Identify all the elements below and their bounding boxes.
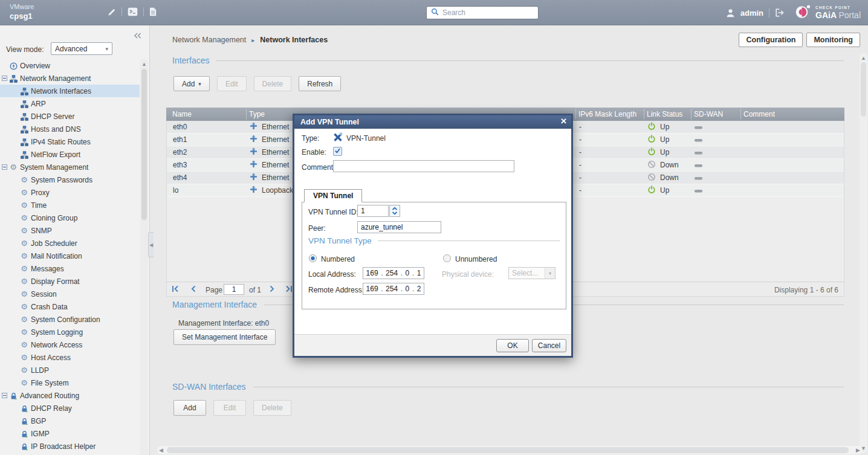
sidebar-item-advanced-routing[interactable]: Advanced Routing [0, 389, 140, 402]
spinner-up-down-icon[interactable] [389, 205, 400, 217]
sidebar-item-session[interactable]: ⚙Session [0, 288, 140, 300]
view-mode-select[interactable]: Advanced ▾ [51, 42, 112, 55]
vertical-scrollbar[interactable]: ▲ ▼ [860, 53, 867, 453]
physical-device-select[interactable]: Select... ▾ [508, 267, 555, 279]
type-value: VPN-Tunnel [346, 134, 386, 143]
horizontal-scrollbar[interactable]: ◀ ▶ [157, 446, 862, 454]
sdwan-title: SD-WAN Interfaces [172, 382, 246, 392]
cell-ipv6-mask: - [579, 148, 581, 157]
tree-expander-minus-icon[interactable] [2, 164, 7, 170]
sidebar-item-label: Session [31, 290, 57, 298]
tree-expander-minus-icon[interactable] [2, 76, 7, 81]
configuration-button[interactable]: Configuration [739, 33, 803, 47]
sidebar-item-system-configuration[interactable]: ⚙System Configuration [0, 313, 140, 326]
sidebar-item-lldp[interactable]: ⚙LLDP [0, 364, 140, 376]
scroll-right-icon[interactable]: ▶ [856, 447, 860, 453]
enable-checkbox[interactable] [333, 147, 342, 156]
unnumbered-radio[interactable] [443, 254, 451, 262]
column-header-type[interactable]: Type [249, 108, 265, 121]
tunnel-id-input[interactable]: 1 [357, 205, 389, 217]
sidebar-collapse-icon[interactable] [134, 30, 141, 41]
column-header-link[interactable]: Link Status [647, 108, 682, 121]
power-up-icon [647, 122, 656, 132]
next-page-icon[interactable] [268, 285, 276, 292]
set-management-interface-button[interactable]: Set Management Interface [173, 329, 276, 345]
sdwan-add-button[interactable]: Add [173, 400, 206, 416]
sidebar-item-arp[interactable]: ARP [0, 97, 140, 110]
add-button[interactable]: Add ▾ [173, 76, 210, 91]
column-header-ipv6[interactable]: IPv6 Mask Length [578, 108, 636, 121]
sidebar-item-crash-data[interactable]: ⚙Crash Data [0, 300, 140, 313]
sidebar-item-dhcp-server[interactable]: DHCP Server [0, 110, 140, 123]
brand-name: GAiA [815, 10, 836, 20]
monitoring-button[interactable]: Monitoring [806, 33, 860, 47]
peer-label: Peer: [308, 224, 326, 233]
column-header-sdwan[interactable]: SD-WAN [694, 108, 723, 121]
scrollbar-thumb[interactable] [167, 447, 849, 453]
cancel-button[interactable]: Cancel [532, 339, 566, 352]
sidebar-item-mail-notification[interactable]: ⚙Mail Notification [0, 250, 140, 262]
numbered-radio[interactable] [309, 254, 317, 262]
sidebar-item-netflow-export[interactable]: NetFlow Export [0, 148, 140, 161]
terminal-icon[interactable] [128, 7, 138, 16]
local-address-input[interactable]: 169.254.0.1 [363, 267, 424, 279]
sidebar-item-bgp[interactable]: BGP [0, 415, 140, 427]
breadcrumb-parent[interactable]: Network Management [172, 36, 246, 44]
scrollbar-thumb[interactable] [141, 69, 147, 220]
sidebar-item-cloning-group[interactable]: ⚙Cloning Group [0, 211, 140, 224]
sidebar-item-time[interactable]: ⚙Time [0, 199, 140, 211]
peer-input[interactable]: azure_tunnel [357, 221, 441, 233]
cell-name: eth2 [173, 148, 187, 157]
prev-page-icon[interactable] [190, 285, 197, 292]
sidebar-item-file-system[interactable]: ⚙File System [0, 376, 140, 389]
sidebar-scrollbar[interactable]: ▲ ▼ [140, 59, 148, 455]
ok-button[interactable]: OK [496, 339, 529, 352]
scroll-left-icon[interactable]: ◀ [159, 447, 163, 453]
comment-input[interactable] [333, 160, 514, 172]
sidebar-item-network-access[interactable]: ⚙Network Access [0, 338, 140, 351]
logout-icon[interactable] [775, 8, 785, 17]
delete-button[interactable]: Delete [254, 76, 292, 91]
last-page-icon[interactable] [285, 285, 293, 292]
edit-button[interactable]: Edit [217, 76, 247, 91]
sidebar-item-proxy[interactable]: ⚙Proxy [0, 186, 140, 199]
divider [691, 109, 691, 120]
sidebar-item-job-scheduler[interactable]: ⚙Job Scheduler [0, 237, 140, 250]
remote-address-input[interactable]: 169.254.0.2 [363, 283, 424, 295]
sidebar-item-system-logging[interactable]: ⚙System Logging [0, 326, 140, 338]
column-header-name[interactable]: Name [172, 108, 192, 121]
sidebar-item-hosts-and-dns[interactable]: Hosts and DNS [0, 123, 140, 135]
sidebar-item-system-management[interactable]: ⚙System Management [0, 161, 140, 173]
sdwan-delete-button[interactable]: Delete [253, 400, 291, 416]
sidebar-item-host-access[interactable]: ⚙Host Access [0, 351, 140, 364]
column-header-comment[interactable]: Comment [743, 108, 775, 121]
sidebar-item-network-interfaces[interactable]: Network Interfaces [0, 85, 140, 97]
tree-expander-minus-icon[interactable] [2, 393, 7, 398]
sidebar-item-ip-broadcast-helper[interactable]: IP Broadcast Helper [0, 440, 140, 453]
document-icon[interactable] [149, 7, 157, 16]
sidebar-item-snmp[interactable]: ⚙SNMP [0, 224, 140, 237]
scroll-up-icon[interactable]: ▲ [140, 61, 148, 67]
username-label[interactable]: admin [740, 8, 763, 18]
search-input[interactable]: Search [426, 6, 539, 19]
sidebar-splitter-handle[interactable]: ◀ [148, 232, 154, 257]
scroll-up-icon[interactable]: ▲ [860, 55, 867, 61]
sidebar-item-messages[interactable]: ⚙Messages [0, 262, 140, 275]
close-icon[interactable]: ✕ [560, 117, 567, 126]
sidebar-item-overview[interactable]: Overview [0, 59, 140, 72]
sidebar-item-system-passwords[interactable]: ⚙System Passwords [0, 173, 140, 186]
sidebar-item-igmp[interactable]: IGMP [0, 427, 140, 440]
scrollbar-thumb[interactable] [861, 62, 866, 117]
sidebar-item-dhcp-relay[interactable]: DHCP Relay [0, 402, 140, 415]
tab-vpn-tunnel[interactable]: VPN Tunnel [304, 189, 362, 202]
sdwan-dash-icon [695, 173, 702, 182]
sidebar-item-display-format[interactable]: ⚙Display Format [0, 275, 140, 288]
first-page-icon[interactable] [172, 285, 179, 292]
refresh-button[interactable]: Refresh [299, 76, 341, 91]
sidebar-item-ipv4-static-routes[interactable]: IPv4 Static Routes [0, 135, 140, 148]
page-number-input[interactable]: 1 [224, 284, 244, 295]
sidebar-item-network-management[interactable]: Network Management [0, 72, 140, 85]
dialog-titlebar[interactable]: Add VPN Tunnel ✕ [294, 115, 571, 129]
sdwan-edit-button[interactable]: Edit [213, 400, 246, 416]
edit-pencil-icon[interactable] [108, 8, 116, 16]
